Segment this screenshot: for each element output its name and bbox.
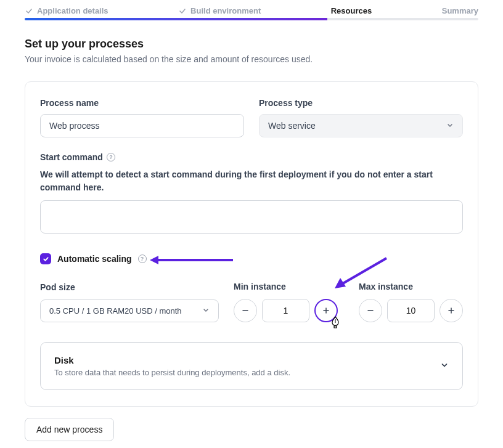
process-type-value: Web service <box>268 121 316 131</box>
check-icon <box>25 7 33 15</box>
pod-size-label: Pod size <box>40 282 219 292</box>
check-icon <box>178 7 187 15</box>
step-label: Resources <box>331 6 372 15</box>
chevron-down-icon <box>446 121 454 131</box>
min-decrement-button[interactable] <box>234 299 257 322</box>
help-icon[interactable]: ? <box>107 153 115 161</box>
step-summary[interactable]: Summary <box>442 6 478 15</box>
svg-marker-1 <box>150 256 158 264</box>
disk-expander[interactable]: Disk To store data that needs to persist… <box>40 342 463 390</box>
process-name-label: Process name <box>40 98 244 108</box>
process-type-label: Process type <box>259 98 463 108</box>
max-instance-value[interactable]: 10 <box>387 299 435 322</box>
progress-bar <box>25 18 478 20</box>
step-build-environment[interactable]: Build environment <box>178 6 261 15</box>
chevron-down-icon <box>440 360 449 372</box>
max-decrement-button[interactable] <box>359 299 382 322</box>
max-increment-button[interactable] <box>440 299 463 322</box>
min-increment-button[interactable] <box>314 299 338 322</box>
auto-scaling-label: Automatic scaling <box>57 254 132 264</box>
step-label: Summary <box>442 6 478 15</box>
disk-subtitle: To store data that needs to persist duri… <box>54 368 290 377</box>
min-instance-value[interactable]: 1 <box>262 299 309 322</box>
auto-scaling-checkbox[interactable] <box>40 253 51 264</box>
start-command-label: Start command ? <box>40 152 463 162</box>
add-process-button[interactable]: Add new process <box>25 418 114 441</box>
step-label: Application details <box>37 6 108 15</box>
step-label: Build environment <box>190 6 261 15</box>
process-type-select[interactable]: Web service <box>259 114 463 137</box>
step-application-details[interactable]: Application details <box>25 6 108 15</box>
min-instance-label: Min instance <box>234 282 338 291</box>
arrow-annotation-icon <box>150 255 236 266</box>
start-command-help: We will attempt to detect a start comman… <box>40 168 463 194</box>
step-resources[interactable]: Resources <box>331 6 372 15</box>
pod-size-value: 0.5 CPU / 1 GB RAM20 USD / month <box>49 306 182 316</box>
start-command-input[interactable] <box>40 200 463 234</box>
process-name-input[interactable] <box>40 114 244 137</box>
process-card: Process name Process type Web service St… <box>25 81 478 407</box>
page-subtitle: Your invoice is calculated based on the … <box>25 54 478 64</box>
max-instance-label: Max instance <box>359 282 463 291</box>
disk-title: Disk <box>54 355 290 365</box>
pod-size-select[interactable]: 0.5 CPU / 1 GB RAM20 USD / month <box>40 299 219 322</box>
chevron-down-icon <box>202 306 210 316</box>
page-title: Set up your processes <box>25 38 478 51</box>
stepper-nav: Application details Build environment Re… <box>0 0 503 18</box>
help-icon[interactable]: ? <box>138 255 147 263</box>
